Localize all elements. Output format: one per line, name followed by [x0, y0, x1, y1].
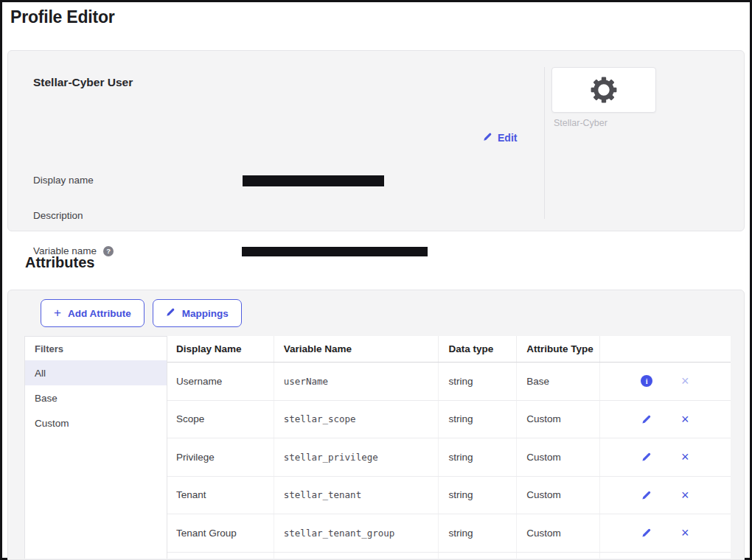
pencil-icon — [166, 307, 175, 319]
add-attribute-button[interactable]: + Add Attribute — [41, 299, 145, 327]
cell-actions — [599, 553, 731, 559]
cell-data-type: string — [438, 438, 516, 476]
filter-item-custom[interactable]: Custom — [25, 410, 167, 435]
cell-variable-name: stellar_privilege — [274, 438, 439, 476]
cell-display-name: Username — [167, 376, 274, 387]
cell-variable-name: stellar_tenant — [274, 477, 439, 514]
edit-attribute-pencil-icon[interactable] — [641, 452, 652, 462]
help-icon[interactable]: ? — [103, 246, 114, 256]
cell-actions: × — [599, 438, 731, 476]
filter-list: AllBaseCustom — [25, 360, 167, 435]
table-row — [167, 553, 731, 559]
remove-attribute-icon[interactable]: × — [679, 413, 691, 426]
col-header-attribute-type: Attribute Type — [516, 336, 599, 362]
cell-data-type: string — [438, 477, 516, 514]
remove-attribute-icon[interactable]: × — [679, 450, 691, 463]
col-header-display-name: Display Name — [167, 343, 274, 354]
edit-label: Edit — [498, 132, 517, 144]
table-row: Tenant Group stellar_tenant_group string… — [167, 514, 731, 553]
cell-attribute-type: Custom — [516, 477, 599, 514]
display-name-label: Display name — [33, 175, 94, 186]
filters-panel: Filters AllBaseCustom — [24, 336, 167, 559]
cell-actions: × — [599, 514, 731, 552]
table-row: Tenant stellar_tenant string Custom × — [167, 477, 731, 515]
attributes-table: Display Name Variable Name Data type Att… — [167, 336, 731, 559]
table-row: Scope stellar_scope string Custom × — [167, 401, 731, 439]
edit-attribute-pencil-icon[interactable] — [641, 414, 652, 424]
card-divider — [544, 67, 545, 219]
profile-summary-card: Stellar-Cyber User Edit Display name Des… — [7, 50, 745, 231]
pencil-icon — [483, 132, 492, 144]
cell-display-name: Scope — [167, 413, 274, 424]
cell-attribute-type: Base — [516, 363, 599, 400]
attributes-section-title: Attributes — [25, 254, 94, 271]
cell-data-type: string — [438, 401, 516, 438]
plus-icon: + — [54, 307, 61, 319]
cell-variable-name — [274, 553, 439, 559]
col-header-data-type: Data type — [438, 336, 516, 362]
cell-attribute-type — [516, 553, 599, 559]
profile-editor-page: Profile Editor Stellar-Cyber User Edit D… — [0, 0, 752, 560]
cell-data-type: string — [438, 363, 516, 400]
col-header-actions — [599, 336, 731, 362]
cell-attribute-type: Custom — [516, 514, 599, 552]
remove-attribute-icon[interactable]: × — [679, 526, 691, 539]
cell-attribute-type: Custom — [516, 401, 599, 438]
cell-data-type: string — [438, 514, 516, 552]
cell-data-type — [438, 553, 516, 559]
table-body: Username userName string Base i× Scope s… — [167, 363, 731, 559]
edit-attribute-pencil-icon[interactable] — [641, 490, 652, 500]
page-title: Profile Editor — [10, 7, 115, 27]
edit-attribute-pencil-icon[interactable] — [641, 528, 652, 538]
table-row: Username userName string Base i× — [167, 363, 731, 401]
remove-attribute-icon[interactable]: × — [679, 489, 691, 502]
edit-profile-button[interactable]: Edit — [483, 132, 517, 144]
info-icon[interactable]: i — [641, 375, 652, 387]
cell-actions: i× — [599, 363, 731, 400]
table-row: Privilege stellar_privilege string Custo… — [167, 438, 731, 477]
table-header-row: Display Name Variable Name Data type Att… — [167, 336, 731, 363]
mappings-button[interactable]: Mappings — [153, 299, 242, 327]
remove-attribute-icon-disabled: × — [679, 374, 691, 388]
attributes-container: + Add Attribute Mappings Filters AllBase… — [7, 290, 745, 560]
cell-variable-name: stellar_scope — [274, 401, 439, 438]
attributes-toolbar: + Add Attribute Mappings — [41, 299, 242, 327]
filter-item-all[interactable]: All — [25, 360, 167, 385]
cell-variable-name: stellar_tenant_group — [274, 514, 439, 552]
description-label: Description — [33, 210, 83, 221]
cell-display-name: Tenant Group — [167, 528, 274, 539]
gear-icon — [590, 76, 618, 104]
cell-actions: × — [599, 401, 731, 438]
filters-heading: Filters — [25, 337, 167, 360]
variable-name-redacted-value — [242, 247, 428, 256]
app-name-label: Stellar-Cyber — [554, 118, 607, 128]
app-tile — [551, 67, 656, 113]
cell-display-name: Privilege — [167, 452, 274, 463]
cell-display-name: Tenant — [167, 489, 274, 500]
filter-item-base[interactable]: Base — [25, 385, 167, 410]
cell-variable-name: userName — [274, 363, 439, 400]
display-name-redacted-value — [243, 175, 384, 186]
cell-actions: × — [599, 477, 731, 514]
profile-card-title: Stellar-Cyber User — [33, 76, 133, 89]
cell-attribute-type: Custom — [516, 438, 599, 476]
col-header-variable-name: Variable Name — [274, 336, 439, 362]
